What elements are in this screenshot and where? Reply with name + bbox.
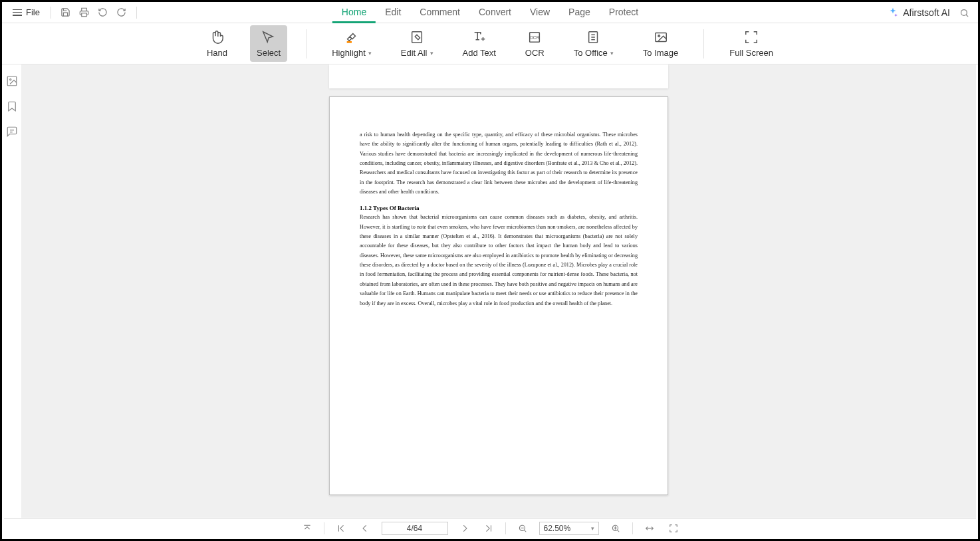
prev-page-icon[interactable] [358, 521, 372, 536]
document-page: a risk to human health depending on the … [329, 96, 668, 495]
divider [51, 7, 51, 19]
menu-bar: Home Edit Comment Convert View Page Prot… [332, 2, 648, 23]
menu-page[interactable]: Page [559, 3, 600, 23]
save-icon[interactable] [57, 4, 75, 21]
hamburger-icon [13, 9, 22, 16]
to-image-tool-button[interactable]: To Image [636, 25, 685, 62]
menu-protect[interactable]: Protect [600, 3, 648, 23]
divider [136, 7, 137, 19]
menu-comment[interactable]: Comment [410, 3, 469, 23]
hand-icon [209, 29, 225, 45]
bookmarks-icon[interactable] [6, 100, 19, 114]
svg-point-1 [961, 9, 967, 15]
hand-tool-button[interactable]: Hand [200, 25, 234, 62]
zoom-out-icon[interactable] [515, 521, 530, 536]
highlighter-icon [344, 29, 360, 45]
edit-all-tool-button[interactable]: Edit All▾ [394, 25, 440, 62]
document-viewport[interactable]: a risk to human health depending on the … [21, 64, 976, 518]
divider [703, 29, 704, 58]
divider [632, 522, 633, 534]
divider [324, 522, 324, 534]
select-label: Select [257, 48, 281, 58]
add-text-label: Add Text [463, 48, 496, 58]
to-office-label: To Office▾ [574, 48, 614, 58]
menu-home[interactable]: Home [332, 3, 376, 23]
edit-all-label: Edit All▾ [401, 48, 433, 58]
full-screen-label: Full Screen [729, 48, 773, 58]
chevron-down-icon: ▾ [610, 50, 614, 56]
page-number-input[interactable] [382, 522, 448, 535]
menu-view[interactable]: View [521, 3, 559, 23]
undo-icon[interactable] [94, 4, 112, 21]
chevron-down-icon: ▾ [368, 50, 372, 56]
add-text-icon [471, 29, 487, 45]
file-label: File [26, 7, 40, 17]
sparkle-icon [887, 7, 899, 19]
fit-page-icon[interactable] [666, 521, 681, 536]
svg-rect-4 [412, 32, 422, 43]
full-screen-tool-button[interactable]: Full Screen [723, 25, 780, 62]
fullscreen-icon [743, 29, 759, 45]
document-heading: 1.1.2 Types Of Bacteria [360, 205, 638, 211]
ai-label: Afirstsoft AI [903, 7, 950, 18]
next-page-icon[interactable] [457, 521, 472, 536]
scroll-top-icon[interactable] [300, 521, 314, 536]
ocr-label: OCR [525, 48, 545, 58]
ocr-icon: OCR [527, 29, 543, 45]
svg-text:OCR: OCR [530, 35, 540, 40]
edit-icon [409, 29, 425, 45]
chevron-down-icon: ▾ [430, 50, 433, 56]
to-office-tool-button[interactable]: To Office▾ [567, 25, 620, 62]
last-page-icon[interactable] [481, 521, 496, 536]
previous-page-stub [329, 64, 668, 88]
to-image-label: To Image [643, 48, 678, 58]
zoom-level-dropdown[interactable]: 62.50% ▾ [539, 522, 599, 535]
thumbnails-icon[interactable] [6, 75, 19, 88]
svg-line-22 [524, 530, 526, 532]
to-office-icon [586, 29, 602, 45]
ocr-tool-button[interactable]: OCR OCR [519, 25, 551, 62]
select-tool-button[interactable]: Select [250, 25, 287, 62]
redo-icon[interactable] [112, 4, 131, 21]
add-text-tool-button[interactable]: Add Text [456, 25, 503, 62]
search-icon[interactable] [957, 5, 971, 20]
svg-point-14 [10, 79, 11, 80]
zoom-value: 62.50% [544, 524, 571, 533]
svg-line-26 [617, 530, 619, 532]
document-paragraph: a risk to human health depending on the … [360, 130, 638, 197]
print-icon[interactable] [75, 4, 94, 21]
divider [306, 29, 306, 58]
svg-line-2 [966, 15, 968, 17]
afirstsoft-ai-button[interactable]: Afirstsoft AI [887, 7, 950, 19]
hand-label: Hand [207, 48, 227, 58]
divider [505, 522, 506, 534]
menu-convert[interactable]: Convert [469, 3, 521, 23]
to-image-icon [653, 29, 669, 45]
left-sidebar [4, 64, 21, 139]
fit-width-icon[interactable] [642, 521, 657, 536]
highlight-label: Highlight▾ [332, 48, 372, 58]
svg-point-12 [658, 35, 660, 37]
top-right: Afirstsoft AI [887, 2, 971, 23]
svg-rect-0 [82, 13, 87, 17]
file-menu-button[interactable]: File [7, 5, 45, 20]
chevron-down-icon: ▾ [591, 525, 594, 532]
bottom-bar: 62.50% ▾ [4, 518, 976, 537]
document-paragraph: Research has shown that bacterial microo… [360, 213, 638, 308]
zoom-in-icon[interactable] [608, 521, 623, 536]
cursor-icon [261, 29, 277, 45]
menu-edit[interactable]: Edit [376, 3, 410, 23]
toolbar: Hand Select Highlight▾ Edit All▾ Add Tex… [2, 23, 978, 64]
highlight-tool-button[interactable]: Highlight▾ [325, 25, 378, 62]
comments-icon[interactable] [6, 126, 19, 139]
first-page-icon[interactable] [334, 521, 348, 536]
